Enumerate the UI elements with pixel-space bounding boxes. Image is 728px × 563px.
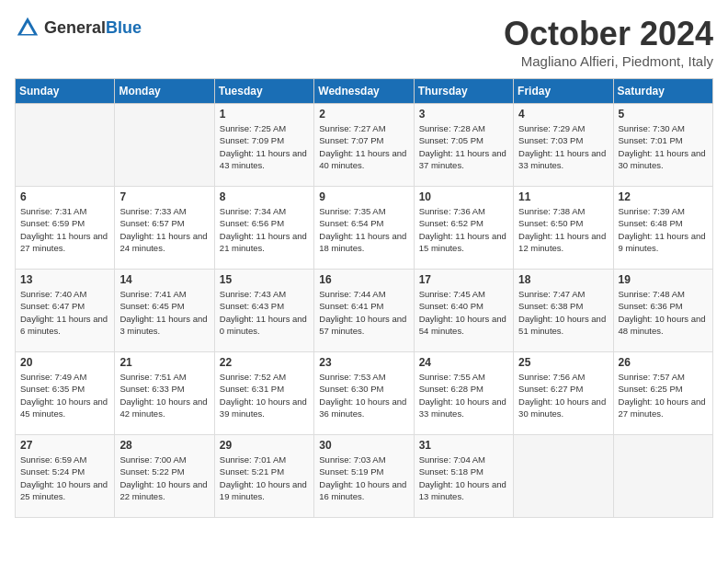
calendar-cell: 10Sunrise: 7:36 AM Sunset: 6:52 PM Dayli… (414, 187, 513, 270)
calendar-cell: 17Sunrise: 7:45 AM Sunset: 6:40 PM Dayli… (414, 270, 513, 352)
logo: GeneralBlue (15, 15, 142, 40)
day-number: 21 (119, 356, 209, 369)
calendar-cell: 2Sunrise: 7:27 AM Sunset: 7:07 PM Daylig… (314, 104, 414, 187)
cell-info: Sunrise: 7:03 AM Sunset: 5:19 PM Dayligh… (319, 454, 408, 502)
day-number: 11 (518, 190, 608, 203)
calendar-cell: 11Sunrise: 7:38 AM Sunset: 6:50 PM Dayli… (514, 187, 613, 270)
day-number: 4 (518, 108, 608, 121)
cell-info: Sunrise: 7:49 AM Sunset: 6:35 PM Dayligh… (20, 371, 109, 419)
cell-info: Sunrise: 7:00 AM Sunset: 5:22 PM Dayligh… (119, 454, 209, 502)
day-number: 19 (619, 273, 708, 286)
cell-info: Sunrise: 7:33 AM Sunset: 6:57 PM Dayligh… (119, 205, 209, 254)
cell-info: Sunrise: 7:55 AM Sunset: 6:28 PM Dayligh… (419, 371, 508, 419)
col-header-monday: Monday (115, 79, 214, 104)
calendar-cell: 7Sunrise: 7:33 AM Sunset: 6:57 PM Daylig… (115, 187, 214, 270)
cell-info: Sunrise: 7:40 AM Sunset: 6:47 PM Dayligh… (20, 288, 109, 337)
day-number: 12 (619, 190, 708, 203)
day-number: 6 (20, 190, 109, 203)
calendar-cell (613, 435, 712, 518)
cell-info: Sunrise: 7:30 AM Sunset: 7:01 PM Dayligh… (619, 122, 708, 171)
week-row-5: 27Sunrise: 6:59 AM Sunset: 5:24 PM Dayli… (16, 435, 713, 518)
calendar-cell: 25Sunrise: 7:56 AM Sunset: 6:27 PM Dayli… (514, 352, 613, 435)
calendar-cell: 21Sunrise: 7:51 AM Sunset: 6:33 PM Dayli… (115, 352, 214, 435)
calendar-cell: 14Sunrise: 7:41 AM Sunset: 6:45 PM Dayli… (115, 270, 214, 352)
cell-info: Sunrise: 7:04 AM Sunset: 5:18 PM Dayligh… (419, 454, 508, 502)
calendar-cell: 16Sunrise: 7:44 AM Sunset: 6:41 PM Dayli… (314, 270, 414, 352)
calendar-table: SundayMondayTuesdayWednesdayThursdayFrid… (15, 78, 713, 518)
calendar-cell: 23Sunrise: 7:53 AM Sunset: 6:30 PM Dayli… (314, 352, 414, 435)
day-number: 3 (419, 108, 508, 121)
cell-info: Sunrise: 7:01 AM Sunset: 5:21 PM Dayligh… (220, 454, 309, 502)
day-number: 16 (319, 273, 408, 286)
day-number: 27 (20, 439, 109, 452)
col-header-friday: Friday (514, 79, 613, 104)
cell-info: Sunrise: 6:59 AM Sunset: 5:24 PM Dayligh… (20, 454, 109, 502)
col-header-sunday: Sunday (16, 79, 115, 104)
logo-blue-text: Blue (106, 18, 142, 37)
cell-info: Sunrise: 7:56 AM Sunset: 6:27 PM Dayligh… (518, 371, 608, 419)
day-number: 5 (619, 108, 708, 121)
week-row-3: 13Sunrise: 7:40 AM Sunset: 6:47 PM Dayli… (16, 270, 713, 352)
day-number: 8 (220, 190, 309, 203)
calendar-cell: 28Sunrise: 7:00 AM Sunset: 5:22 PM Dayli… (115, 435, 214, 518)
calendar-cell: 19Sunrise: 7:48 AM Sunset: 6:36 PM Dayli… (613, 270, 712, 352)
calendar-cell: 30Sunrise: 7:03 AM Sunset: 5:19 PM Dayli… (314, 435, 414, 518)
calendar-cell: 29Sunrise: 7:01 AM Sunset: 5:21 PM Dayli… (214, 435, 313, 518)
day-number: 13 (20, 273, 109, 286)
day-number: 24 (419, 356, 508, 369)
calendar-cell: 27Sunrise: 6:59 AM Sunset: 5:24 PM Dayli… (16, 435, 115, 518)
cell-info: Sunrise: 7:45 AM Sunset: 6:40 PM Dayligh… (419, 288, 508, 337)
day-number: 23 (319, 356, 408, 369)
week-row-2: 6Sunrise: 7:31 AM Sunset: 6:59 PM Daylig… (16, 187, 713, 270)
calendar-cell: 15Sunrise: 7:43 AM Sunset: 6:43 PM Dayli… (214, 270, 313, 352)
cell-info: Sunrise: 7:51 AM Sunset: 6:33 PM Dayligh… (119, 371, 209, 419)
calendar-cell: 26Sunrise: 7:57 AM Sunset: 6:25 PM Dayli… (613, 352, 712, 435)
day-number: 7 (119, 190, 209, 203)
calendar-cell: 20Sunrise: 7:49 AM Sunset: 6:35 PM Dayli… (16, 352, 115, 435)
day-number: 9 (319, 190, 408, 203)
cell-info: Sunrise: 7:36 AM Sunset: 6:52 PM Dayligh… (419, 205, 508, 254)
cell-info: Sunrise: 7:39 AM Sunset: 6:48 PM Dayligh… (619, 205, 708, 254)
day-number: 30 (319, 439, 408, 452)
day-number: 25 (518, 356, 608, 369)
col-header-saturday: Saturday (613, 79, 712, 104)
week-row-4: 20Sunrise: 7:49 AM Sunset: 6:35 PM Dayli… (16, 352, 713, 435)
title-block: October 2024 Magliano Alfieri, Piedmont,… (504, 15, 713, 69)
cell-info: Sunrise: 7:27 AM Sunset: 7:07 PM Dayligh… (319, 122, 408, 171)
week-row-1: 1Sunrise: 7:25 AM Sunset: 7:09 PM Daylig… (16, 104, 713, 187)
day-number: 17 (419, 273, 508, 286)
calendar-cell: 3Sunrise: 7:28 AM Sunset: 7:05 PM Daylig… (414, 104, 513, 187)
calendar-cell: 4Sunrise: 7:29 AM Sunset: 7:03 PM Daylig… (514, 104, 613, 187)
day-number: 18 (518, 273, 608, 286)
cell-info: Sunrise: 7:29 AM Sunset: 7:03 PM Dayligh… (518, 122, 608, 171)
calendar-cell: 18Sunrise: 7:47 AM Sunset: 6:38 PM Dayli… (514, 270, 613, 352)
cell-info: Sunrise: 7:35 AM Sunset: 6:54 PM Dayligh… (319, 205, 408, 254)
cell-info: Sunrise: 7:31 AM Sunset: 6:59 PM Dayligh… (20, 205, 109, 254)
calendar-cell: 9Sunrise: 7:35 AM Sunset: 6:54 PM Daylig… (314, 187, 414, 270)
calendar-cell: 31Sunrise: 7:04 AM Sunset: 5:18 PM Dayli… (414, 435, 513, 518)
day-number: 20 (20, 356, 109, 369)
cell-info: Sunrise: 7:25 AM Sunset: 7:09 PM Dayligh… (220, 122, 309, 171)
day-number: 14 (119, 273, 209, 286)
location-title: Magliano Alfieri, Piedmont, Italy (504, 53, 713, 69)
day-number: 28 (119, 439, 209, 452)
calendar-cell (16, 104, 115, 187)
calendar-cell (514, 435, 613, 518)
day-number: 31 (419, 439, 508, 452)
cell-info: Sunrise: 7:57 AM Sunset: 6:25 PM Dayligh… (619, 371, 708, 419)
calendar-cell: 8Sunrise: 7:34 AM Sunset: 6:56 PM Daylig… (214, 187, 313, 270)
cell-info: Sunrise: 7:48 AM Sunset: 6:36 PM Dayligh… (619, 288, 708, 337)
cell-info: Sunrise: 7:53 AM Sunset: 6:30 PM Dayligh… (319, 371, 408, 419)
day-number: 15 (220, 273, 309, 286)
day-number: 22 (220, 356, 309, 369)
day-number: 1 (220, 108, 309, 121)
calendar-cell: 22Sunrise: 7:52 AM Sunset: 6:31 PM Dayli… (214, 352, 313, 435)
col-header-tuesday: Tuesday (214, 79, 313, 104)
cell-info: Sunrise: 7:43 AM Sunset: 6:43 PM Dayligh… (220, 288, 309, 337)
day-number: 2 (319, 108, 408, 121)
calendar-cell: 5Sunrise: 7:30 AM Sunset: 7:01 PM Daylig… (613, 104, 712, 187)
calendar-cell: 12Sunrise: 7:39 AM Sunset: 6:48 PM Dayli… (613, 187, 712, 270)
cell-info: Sunrise: 7:41 AM Sunset: 6:45 PM Dayligh… (119, 288, 209, 337)
day-number: 26 (619, 356, 708, 369)
calendar-cell: 1Sunrise: 7:25 AM Sunset: 7:09 PM Daylig… (214, 104, 313, 187)
